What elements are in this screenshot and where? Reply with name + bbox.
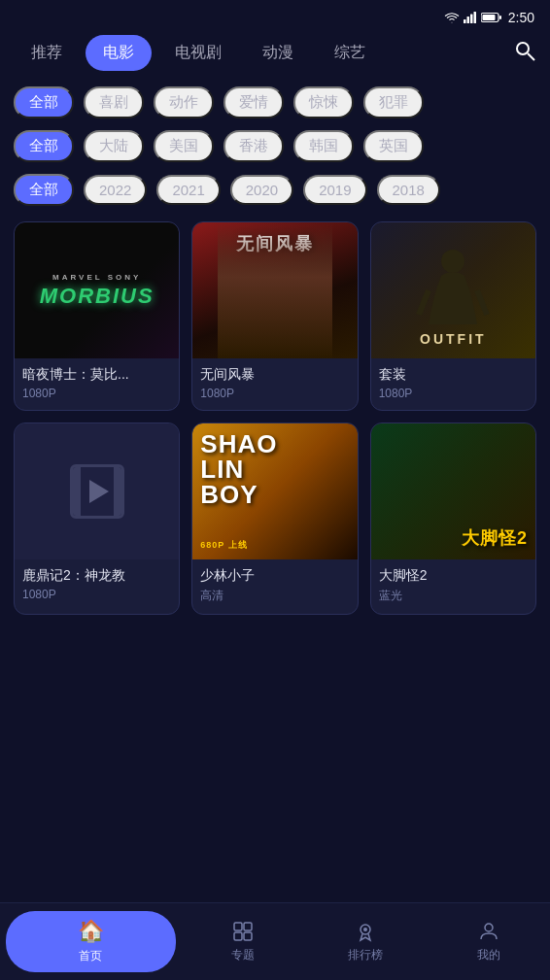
signal-icon [464,12,477,23]
movie-quality: 1080P [379,387,528,400]
movie-poster-wujian [192,222,357,358]
svg-rect-13 [244,923,252,930]
svg-rect-5 [482,15,495,20]
filter-genre-comedy[interactable]: 喜剧 [84,86,144,118]
status-icons [444,12,502,23]
svg-line-8 [528,53,534,60]
movie-poster-outfit [371,222,535,358]
nav-label-home: 首页 [79,948,102,964]
wifi-icon [444,12,460,23]
movie-title: 少林小子 [200,567,349,585]
tab-variety[interactable]: 综艺 [317,35,383,71]
filter-region-usa[interactable]: 美国 [154,130,214,162]
movie-info-dajiao: 大脚怪2 蓝光 [371,559,535,614]
filter-year: 全部 2022 2021 2020 2019 2018 [0,168,550,212]
tab-anime[interactable]: 动漫 [245,35,311,71]
movie-poster-shaolin: SHAOLINBOY 680P 上线 [192,423,357,559]
nav-label-mine: 我的 [477,947,500,963]
movie-poster-luding [15,423,179,559]
battery-icon [481,12,502,23]
bottom-nav: 🏠 首页 专题 排行榜 我的 [0,902,550,980]
movie-poster-morbius: MARVEL SONY MORBIUS [15,222,179,358]
movie-quality: 1080P [22,588,171,601]
filter-year-all[interactable]: 全部 [14,174,74,206]
svg-point-17 [363,928,367,931]
nav-item-home[interactable]: 🏠 首页 [6,911,176,972]
movies-grid: MARVEL SONY MORBIUS 暗夜博士：莫比... 1080P 无间风… [14,221,536,615]
filter-year-2019[interactable]: 2019 [303,175,366,205]
svg-point-9 [441,250,464,273]
svg-rect-2 [470,15,473,24]
filter-year-2018[interactable]: 2018 [377,175,440,205]
filter-region-uk[interactable]: 英国 [363,130,424,162]
ranking-icon [354,920,377,943]
filter-genre-thriller[interactable]: 惊悚 [293,86,354,118]
movie-quality: 高清 [200,588,349,604]
svg-point-7 [517,43,529,54]
movie-info-shaolin: 少林小子 高清 [192,559,357,614]
nav-label-topic: 专题 [231,947,255,963]
movie-quality: 1080P [200,387,349,400]
filter-genre-action[interactable]: 动作 [154,86,214,118]
morbius-logo: MARVEL SONY MORBIUS [40,273,155,309]
filter-year-2020[interactable]: 2020 [230,175,293,205]
svg-rect-0 [464,19,466,23]
movie-info-outfit: 套装 1080P [371,358,535,410]
movie-card-wujian[interactable]: 无间风暴 1080P [191,221,358,411]
film-placeholder-icon [70,464,124,519]
movie-title: 鹿鼎记2：神龙教 [22,567,171,585]
movie-card-outfit[interactable]: 套装 1080P [370,221,536,411]
svg-rect-15 [244,932,252,940]
filter-region: 全部 大陆 美国 香港 韩国 英国 [0,124,550,168]
movie-quality: 蓝光 [379,588,528,604]
movie-title: 大脚怪2 [379,567,528,585]
movie-card-luding[interactable]: 鹿鼎记2：神龙教 1080P [14,422,180,615]
filter-year-2021[interactable]: 2021 [156,175,220,205]
outfit-silhouette [414,247,492,334]
tab-tv[interactable]: 电视剧 [157,35,239,71]
filter-genre-crime[interactable]: 犯罪 [363,86,424,118]
movie-title: 暗夜博士：莫比... [22,366,171,384]
tab-recommend[interactable]: 推荐 [14,35,80,71]
movie-title: 套装 [379,366,528,384]
filter-region-mainland[interactable]: 大陆 [84,130,144,162]
filter-genre-romance[interactable]: 爱情 [223,86,284,118]
nav-item-mine[interactable]: 我的 [428,920,551,963]
movie-card-morbius[interactable]: MARVEL SONY MORBIUS 暗夜博士：莫比... 1080P [14,221,180,411]
topic-icon [231,920,255,943]
svg-rect-14 [234,932,242,940]
nav-item-ranking[interactable]: 排行榜 [304,920,428,963]
filter-region-hk[interactable]: 香港 [223,130,284,162]
svg-line-10 [419,290,429,315]
filter-genre-all[interactable]: 全部 [14,86,74,118]
movie-card-dajiao[interactable]: 大脚怪2 大脚怪2 蓝光 [370,422,536,615]
nav-item-topic[interactable]: 专题 [182,920,305,963]
svg-rect-12 [234,923,242,930]
nav-label-ranking: 排行榜 [348,947,383,963]
movie-info-luding: 鹿鼎记2：神龙教 1080P [15,559,179,611]
movie-card-shaolin[interactable]: SHAOLINBOY 680P 上线 少林小子 高清 [191,422,358,615]
filter-region-korea[interactable]: 韩国 [293,130,354,162]
filter-genre: 全部 喜剧 动作 爱情 惊悚 犯罪 [0,81,550,124]
tab-movie[interactable]: 电影 [86,35,152,71]
top-nav: 推荐 电影 电视剧 动漫 综艺 [0,35,550,71]
movie-quality: 1080P [22,387,171,400]
mine-icon [477,920,500,943]
movie-info-wujian: 无间风暴 1080P [192,358,357,410]
movies-section: MARVEL SONY MORBIUS 暗夜博士：莫比... 1080P 无间风… [0,212,550,615]
svg-rect-6 [499,16,501,19]
search-button[interactable] [513,39,536,68]
svg-point-18 [485,924,493,931]
filter-year-2022[interactable]: 2022 [84,175,147,205]
svg-rect-1 [466,17,469,23]
time-display: 2:50 [508,10,534,25]
movie-poster-dajiao: 大脚怪2 [371,423,535,559]
filter-region-all[interactable]: 全部 [14,130,74,162]
movie-info-morbius: 暗夜博士：莫比... 1080P [15,358,179,410]
movie-title: 无间风暴 [200,366,349,384]
search-icon [513,39,536,62]
status-bar: 2:50 [0,0,550,35]
home-icon: 🏠 [78,919,104,944]
svg-rect-3 [473,12,476,23]
svg-line-11 [477,290,487,315]
